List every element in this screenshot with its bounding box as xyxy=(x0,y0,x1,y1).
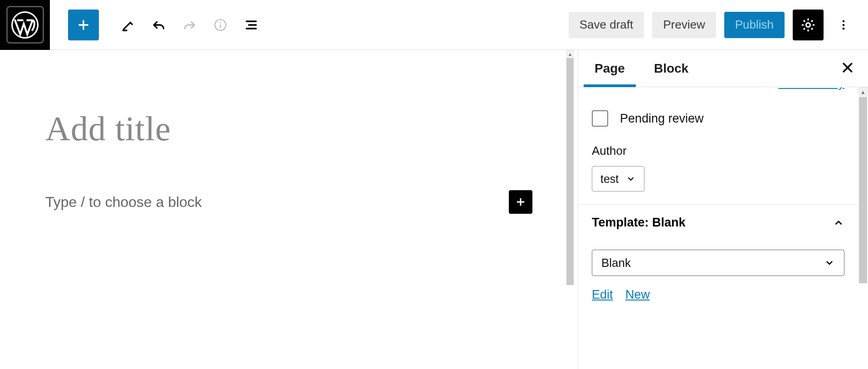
template-select[interactable]: Blank xyxy=(592,250,844,276)
publish-value-link[interactable]: Immediately xyxy=(778,87,844,90)
svg-point-3 xyxy=(806,23,810,27)
svg-point-6 xyxy=(843,27,845,30)
add-block-button[interactable] xyxy=(68,10,99,40)
plus-icon xyxy=(76,18,91,32)
add-block-inline-button[interactable] xyxy=(509,190,532,214)
author-select[interactable]: test xyxy=(592,166,644,192)
publish-label: Publish xyxy=(592,87,632,90)
svg-point-2 xyxy=(219,21,221,23)
editor-canvas: Add title Type / to choose a block ▲ xyxy=(0,50,578,369)
close-icon xyxy=(841,61,854,74)
save-draft-button[interactable]: Save draft xyxy=(569,12,644,38)
plus-icon xyxy=(514,196,527,208)
outline-icon xyxy=(244,18,258,32)
tools-button[interactable] xyxy=(112,10,143,40)
template-value: Blank xyxy=(601,256,631,270)
publish-button[interactable]: Publish xyxy=(724,12,785,38)
template-new-link[interactable]: New xyxy=(625,288,650,301)
close-panel-button[interactable] xyxy=(841,61,854,76)
pending-review-checkbox[interactable]: Pending review xyxy=(592,110,844,127)
settings-button[interactable] xyxy=(793,10,824,40)
template-section-toggle[interactable]: Template: Blank xyxy=(578,205,858,241)
block-placeholder[interactable]: Type / to choose a block xyxy=(45,194,509,211)
editor-scrollbar[interactable]: ▲ xyxy=(566,50,574,369)
template-edit-link[interactable]: Edit xyxy=(592,288,613,301)
info-icon xyxy=(213,18,228,32)
undo-button[interactable] xyxy=(143,10,174,40)
post-title-input[interactable]: Add title xyxy=(45,109,532,148)
checkbox-icon xyxy=(592,110,608,127)
panel-scrollbar[interactable]: ▲ xyxy=(858,87,868,369)
chevron-down-icon xyxy=(626,174,636,184)
svg-point-4 xyxy=(843,20,845,22)
template-section-label: Template: Blank xyxy=(592,216,686,230)
redo-button[interactable] xyxy=(174,10,205,40)
redo-icon xyxy=(182,18,197,32)
pending-review-label: Pending review xyxy=(620,112,704,126)
chevron-up-icon xyxy=(833,217,844,229)
kebab-icon xyxy=(837,19,850,31)
outline-button[interactable] xyxy=(236,10,267,40)
undo-icon xyxy=(151,18,166,32)
author-value: test xyxy=(600,172,619,186)
gear-icon xyxy=(800,17,816,33)
settings-panel: Page Block Publish Immediately Pending r… xyxy=(578,50,868,369)
preview-button[interactable]: Preview xyxy=(652,12,716,38)
details-button[interactable] xyxy=(205,10,236,40)
wordpress-logo[interactable] xyxy=(0,0,50,50)
more-options-button[interactable] xyxy=(832,10,855,40)
wordpress-icon xyxy=(11,11,39,39)
tab-block[interactable]: Block xyxy=(651,50,691,87)
publish-schedule-row[interactable]: Publish Immediately xyxy=(578,87,858,98)
author-label: Author xyxy=(592,144,844,158)
pencil-icon xyxy=(121,18,135,32)
svg-point-5 xyxy=(843,24,845,26)
tab-page[interactable]: Page xyxy=(592,50,628,87)
chevron-down-icon xyxy=(824,257,835,268)
